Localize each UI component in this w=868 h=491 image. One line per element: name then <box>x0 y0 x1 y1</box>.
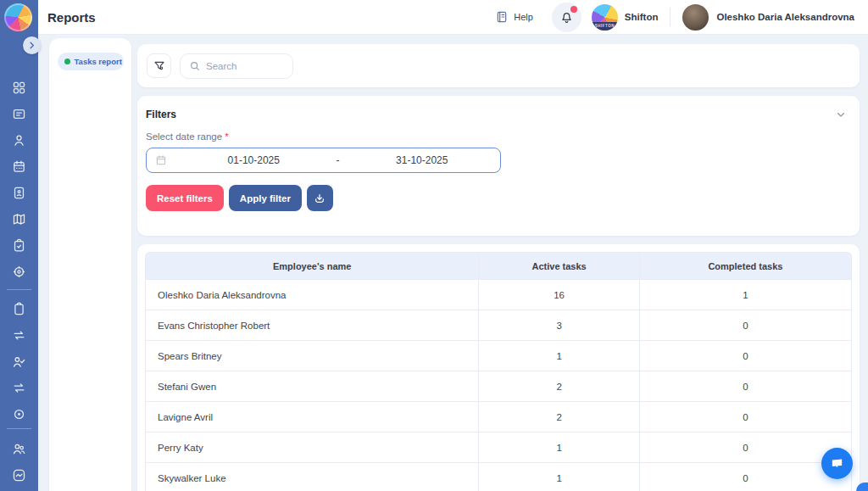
employee-name-cell: Evans Christopher Robert <box>145 310 479 341</box>
sidebar <box>0 0 38 491</box>
table-row: Spears Britney 1 0 <box>145 341 852 371</box>
shifton-logo: SHIFTON <box>592 4 618 31</box>
active-tasks-cell: 1 <box>479 432 639 463</box>
reports-nav-panel: Tasks report <box>49 38 131 491</box>
column-header-active-tasks: Active tasks <box>479 252 639 280</box>
sidebar-expand-button[interactable] <box>23 36 41 54</box>
tasks-report-table-card: Employee's name Active tasks Completed t… <box>137 244 860 491</box>
user-name: Oleshko Daria Aleksandrovna <box>716 12 854 22</box>
company-name: Shifton <box>625 12 659 22</box>
employees-icon[interactable] <box>0 133 38 148</box>
completed-tasks-cell: 0 <box>640 432 852 463</box>
company-switcher[interactable]: SHIFTON Shifton <box>592 4 659 31</box>
active-tasks-cell: 3 <box>479 310 639 341</box>
sidebar-divider <box>7 289 31 290</box>
locations-icon[interactable] <box>0 212 38 226</box>
date-range-label: Select date range* <box>146 131 846 142</box>
page-title: Reports <box>47 10 96 25</box>
completed-tasks-cell: 0 <box>640 341 852 371</box>
sidebar-nav-bottom <box>0 442 38 483</box>
rotation-icon[interactable] <box>0 328 38 343</box>
funnel-filter-icon <box>153 59 166 73</box>
employee-name-cell: Lavigne Avril <box>145 402 479 432</box>
id-badge-icon[interactable] <box>0 186 38 200</box>
active-tasks-cell: 2 <box>479 371 639 402</box>
help-label: Help <box>514 12 533 22</box>
tasks-report-tab[interactable]: Tasks report <box>58 53 124 70</box>
collapse-filters-button[interactable] <box>836 109 846 120</box>
filters-panel: Filters Select date range* 01-10-2025 - … <box>137 96 860 236</box>
employee-name-cell: Oleshko Daria Aleksandrovna <box>145 280 479 310</box>
completed-tasks-cell: 1 <box>640 280 852 310</box>
help-book-icon <box>495 10 509 24</box>
download-icon <box>313 192 326 205</box>
completed-tasks-cell: 0 <box>640 371 852 402</box>
table-row: Evans Christopher Robert 3 0 <box>145 310 852 341</box>
top-header: Reports Help SHIFTON Shifton Oleshko Dar… <box>38 0 868 35</box>
notifications-button[interactable] <box>552 3 581 32</box>
active-tasks-cell: 1 <box>479 341 639 371</box>
app-logo[interactable] <box>4 3 32 31</box>
chevron-right-icon <box>27 41 36 50</box>
employee-name-cell: Spears Britney <box>145 341 479 371</box>
user-menu[interactable]: Oleshko Daria Aleksandrovna <box>682 4 854 31</box>
search-input[interactable] <box>206 61 278 71</box>
table-row: Skywalker Luke 1 0 <box>145 463 852 491</box>
calendar-icon[interactable] <box>0 159 38 174</box>
active-tasks-cell: 2 <box>479 402 639 432</box>
date-to-value[interactable]: 31-10-2025 <box>344 154 501 166</box>
date-from-value[interactable]: 01-10-2025 <box>175 154 332 166</box>
sidebar-nav-middle <box>0 302 38 421</box>
date-range-input[interactable]: 01-10-2025 - 31-10-2025 <box>146 148 501 173</box>
active-status-dot <box>64 59 70 64</box>
apply-filter-button[interactable]: Apply filter <box>229 185 302 211</box>
search-toolbar <box>137 44 860 87</box>
header-divider <box>670 8 670 26</box>
tasks-report-label: Tasks report <box>75 57 122 66</box>
column-header-employee-name: Employee's name <box>145 252 479 280</box>
search-field[interactable] <box>180 53 293 79</box>
export-download-button[interactable] <box>307 185 333 211</box>
company-feed-icon[interactable] <box>0 107 38 121</box>
completed-tasks-cell: 0 <box>640 463 852 491</box>
tasks-report-table: Employee's name Active tasks Completed t… <box>145 252 852 491</box>
required-asterisk: * <box>225 131 228 142</box>
table-row: Perry Katy 1 0 <box>145 432 852 463</box>
exchange-icon[interactable] <box>0 381 38 395</box>
clipboard-icon[interactable] <box>0 302 38 316</box>
completed-tasks-cell: 0 <box>640 310 852 341</box>
calendar-icon <box>147 154 175 166</box>
notification-badge-dot <box>570 6 577 13</box>
employee-name-cell: Skywalker Luke <box>145 463 479 491</box>
reset-filters-button[interactable]: Reset filters <box>146 185 224 211</box>
column-header-completed-tasks: Completed tasks <box>640 252 852 280</box>
filters-title: Filters <box>146 109 176 120</box>
employee-name-cell: Stefani Gwen <box>145 371 479 402</box>
completed-tasks-cell: 0 <box>640 402 852 432</box>
active-tasks-cell: 16 <box>479 280 639 310</box>
dashboard-icon[interactable] <box>0 81 38 95</box>
shifton-logo-wordmark: SHIFTON <box>592 22 618 31</box>
target-icon[interactable] <box>0 407 38 421</box>
table-row: Lavigne Avril 2 0 <box>145 402 852 432</box>
table-header-row: Employee's name Active tasks Completed t… <box>145 252 852 280</box>
date-range-separator: - <box>332 154 344 166</box>
settings-icon[interactable] <box>0 265 38 279</box>
user-check-icon[interactable] <box>0 354 38 369</box>
users-icon[interactable] <box>0 442 38 456</box>
sidebar-nav-top <box>0 81 38 279</box>
chat-widget-button[interactable] <box>821 448 853 479</box>
search-icon <box>189 60 201 72</box>
help-button[interactable]: Help <box>495 10 533 24</box>
activity-icon[interactable] <box>0 468 38 483</box>
table-row: Stefani Gwen 2 0 <box>145 371 852 402</box>
filter-button[interactable] <box>147 53 171 78</box>
chevron-down-icon <box>836 109 846 120</box>
chat-bubble-icon <box>830 456 844 471</box>
employee-name-cell: Perry Katy <box>145 432 479 463</box>
user-avatar <box>682 4 709 31</box>
table-row: Oleshko Daria Aleksandrovna 16 1 <box>145 280 852 310</box>
tasks-icon[interactable] <box>0 238 38 253</box>
active-tasks-cell: 1 <box>479 463 639 491</box>
sidebar-divider <box>7 428 31 429</box>
